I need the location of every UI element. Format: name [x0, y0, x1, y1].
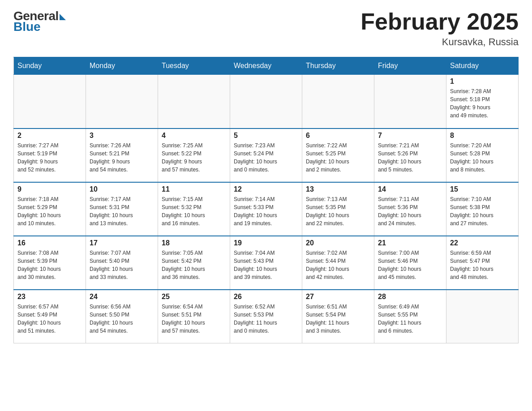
- day-info: Sunrise: 6:54 AMSunset: 5:51 PMDaylight:…: [162, 303, 226, 335]
- calendar-day-cell: 2Sunrise: 7:27 AMSunset: 5:19 PMDaylight…: [14, 128, 86, 182]
- calendar-day-cell: 28Sunrise: 6:49 AMSunset: 5:55 PMDayligh…: [374, 290, 446, 343]
- calendar-day-cell: 1Sunrise: 7:28 AMSunset: 5:18 PMDaylight…: [446, 75, 519, 128]
- calendar-day-cell: 23Sunrise: 6:57 AMSunset: 5:49 PMDayligh…: [14, 290, 86, 343]
- day-info: Sunrise: 6:59 AMSunset: 5:47 PMDaylight:…: [450, 249, 515, 281]
- calendar-day-cell: [86, 75, 158, 128]
- day-number: 17: [90, 239, 154, 247]
- calendar-week-row: 2Sunrise: 7:27 AMSunset: 5:19 PMDaylight…: [14, 128, 519, 182]
- day-of-week-header: Wednesday: [230, 57, 302, 75]
- day-info: Sunrise: 7:27 AMSunset: 5:19 PMDaylight:…: [17, 141, 82, 174]
- day-info: Sunrise: 7:07 AMSunset: 5:40 PMDaylight:…: [90, 249, 154, 281]
- day-number: 18: [162, 239, 226, 247]
- page-header: General Blue February 2025 Kursavka, Rus…: [13, 9, 519, 48]
- calendar-day-cell: 16Sunrise: 7:08 AMSunset: 5:39 PMDayligh…: [14, 236, 86, 290]
- calendar-day-cell: 5Sunrise: 7:23 AMSunset: 5:24 PMDaylight…: [230, 128, 302, 182]
- day-number: 26: [234, 293, 298, 301]
- calendar-day-cell: [158, 75, 230, 128]
- calendar-day-cell: [446, 290, 519, 343]
- logo-arrow-icon: [60, 14, 66, 20]
- calendar-header-row: SundayMondayTuesdayWednesdayThursdayFrid…: [14, 57, 519, 75]
- day-number: 22: [450, 239, 515, 247]
- day-of-week-header: Thursday: [302, 57, 374, 75]
- day-info: Sunrise: 7:00 AMSunset: 5:46 PMDaylight:…: [378, 249, 442, 281]
- calendar-title: February 2025: [360, 9, 519, 34]
- calendar-table: SundayMondayTuesdayWednesdayThursdayFrid…: [13, 57, 519, 343]
- day-number: 5: [234, 132, 298, 140]
- calendar-day-cell: 11Sunrise: 7:15 AMSunset: 5:32 PMDayligh…: [158, 182, 230, 236]
- day-info: Sunrise: 7:11 AMSunset: 5:36 PMDaylight:…: [378, 195, 442, 227]
- day-number: 6: [306, 132, 370, 140]
- day-info: Sunrise: 6:49 AMSunset: 5:55 PMDaylight:…: [378, 303, 442, 335]
- calendar-week-row: 9Sunrise: 7:18 AMSunset: 5:29 PMDaylight…: [14, 182, 519, 236]
- day-number: 24: [90, 293, 154, 301]
- calendar-day-cell: 26Sunrise: 6:52 AMSunset: 5:53 PMDayligh…: [230, 290, 302, 343]
- day-number: 27: [306, 293, 370, 301]
- calendar-day-cell: 10Sunrise: 7:17 AMSunset: 5:31 PMDayligh…: [86, 182, 158, 236]
- logo-blue-text: Blue: [13, 20, 41, 34]
- calendar-day-cell: 25Sunrise: 6:54 AMSunset: 5:51 PMDayligh…: [158, 290, 230, 343]
- calendar-week-row: 1Sunrise: 7:28 AMSunset: 5:18 PMDaylight…: [14, 75, 519, 128]
- calendar-day-cell: 27Sunrise: 6:51 AMSunset: 5:54 PMDayligh…: [302, 290, 374, 343]
- calendar-day-cell: [14, 75, 86, 128]
- calendar-day-cell: 7Sunrise: 7:21 AMSunset: 5:26 PMDaylight…: [374, 128, 446, 182]
- day-of-week-header: Saturday: [446, 57, 519, 75]
- day-info: Sunrise: 7:15 AMSunset: 5:32 PMDaylight:…: [162, 195, 226, 227]
- day-info: Sunrise: 7:10 AMSunset: 5:38 PMDaylight:…: [450, 195, 515, 227]
- calendar-day-cell: 12Sunrise: 7:14 AMSunset: 5:33 PMDayligh…: [230, 182, 302, 236]
- day-number: 20: [306, 239, 370, 247]
- calendar-day-cell: 19Sunrise: 7:04 AMSunset: 5:43 PMDayligh…: [230, 236, 302, 290]
- day-info: Sunrise: 6:56 AMSunset: 5:50 PMDaylight:…: [90, 303, 154, 335]
- day-info: Sunrise: 7:13 AMSunset: 5:35 PMDaylight:…: [306, 195, 370, 227]
- day-info: Sunrise: 7:28 AMSunset: 5:18 PMDaylight:…: [450, 87, 515, 120]
- day-info: Sunrise: 7:20 AMSunset: 5:28 PMDaylight:…: [450, 141, 515, 174]
- day-number: 3: [90, 132, 154, 140]
- calendar-day-cell: 24Sunrise: 6:56 AMSunset: 5:50 PMDayligh…: [86, 290, 158, 343]
- calendar-day-cell: 6Sunrise: 7:22 AMSunset: 5:25 PMDaylight…: [302, 128, 374, 182]
- calendar-day-cell: 15Sunrise: 7:10 AMSunset: 5:38 PMDayligh…: [446, 182, 519, 236]
- day-number: 4: [162, 132, 226, 140]
- day-number: 23: [17, 293, 82, 301]
- day-info: Sunrise: 7:05 AMSunset: 5:42 PMDaylight:…: [162, 249, 226, 281]
- day-number: 12: [234, 185, 298, 193]
- calendar-week-row: 16Sunrise: 7:08 AMSunset: 5:39 PMDayligh…: [14, 236, 519, 290]
- day-info: Sunrise: 6:51 AMSunset: 5:54 PMDaylight:…: [306, 303, 370, 335]
- day-number: 14: [378, 185, 442, 193]
- day-number: 15: [450, 185, 515, 193]
- day-number: 7: [378, 132, 442, 140]
- calendar-day-cell: 22Sunrise: 6:59 AMSunset: 5:47 PMDayligh…: [446, 236, 519, 290]
- day-info: Sunrise: 7:04 AMSunset: 5:43 PMDaylight:…: [234, 249, 298, 281]
- day-info: Sunrise: 7:26 AMSunset: 5:21 PMDaylight:…: [90, 141, 154, 174]
- day-info: Sunrise: 7:14 AMSunset: 5:33 PMDaylight:…: [234, 195, 298, 227]
- day-info: Sunrise: 6:52 AMSunset: 5:53 PMDaylight:…: [234, 303, 298, 335]
- day-info: Sunrise: 6:57 AMSunset: 5:49 PMDaylight:…: [17, 303, 82, 335]
- day-info: Sunrise: 7:08 AMSunset: 5:39 PMDaylight:…: [17, 249, 82, 281]
- day-number: 28: [378, 293, 442, 301]
- day-info: Sunrise: 7:22 AMSunset: 5:25 PMDaylight:…: [306, 141, 370, 174]
- day-info: Sunrise: 7:21 AMSunset: 5:26 PMDaylight:…: [378, 141, 442, 174]
- day-number: 9: [17, 185, 82, 193]
- calendar-day-cell: 4Sunrise: 7:25 AMSunset: 5:22 PMDaylight…: [158, 128, 230, 182]
- calendar-subtitle: Kursavka, Russia: [360, 36, 519, 48]
- day-number: 10: [90, 185, 154, 193]
- calendar-day-cell: 3Sunrise: 7:26 AMSunset: 5:21 PMDaylight…: [86, 128, 158, 182]
- day-number: 11: [162, 185, 226, 193]
- calendar-day-cell: 20Sunrise: 7:02 AMSunset: 5:44 PMDayligh…: [302, 236, 374, 290]
- calendar-day-cell: 13Sunrise: 7:13 AMSunset: 5:35 PMDayligh…: [302, 182, 374, 236]
- day-number: 2: [17, 132, 82, 140]
- calendar-day-cell: [302, 75, 374, 128]
- day-info: Sunrise: 7:17 AMSunset: 5:31 PMDaylight:…: [90, 195, 154, 227]
- day-number: 16: [17, 239, 82, 247]
- calendar-day-cell: 18Sunrise: 7:05 AMSunset: 5:42 PMDayligh…: [158, 236, 230, 290]
- calendar-day-cell: 17Sunrise: 7:07 AMSunset: 5:40 PMDayligh…: [86, 236, 158, 290]
- day-of-week-header: Friday: [374, 57, 446, 75]
- day-number: 1: [450, 77, 515, 86]
- day-of-week-header: Tuesday: [158, 57, 230, 75]
- logo: General Blue: [13, 9, 66, 34]
- day-number: 21: [378, 239, 442, 247]
- day-number: 13: [306, 185, 370, 193]
- calendar-day-cell: [374, 75, 446, 128]
- day-info: Sunrise: 7:18 AMSunset: 5:29 PMDaylight:…: [17, 195, 82, 227]
- day-info: Sunrise: 7:02 AMSunset: 5:44 PMDaylight:…: [306, 249, 370, 281]
- calendar-day-cell: 14Sunrise: 7:11 AMSunset: 5:36 PMDayligh…: [374, 182, 446, 236]
- day-number: 8: [450, 132, 515, 140]
